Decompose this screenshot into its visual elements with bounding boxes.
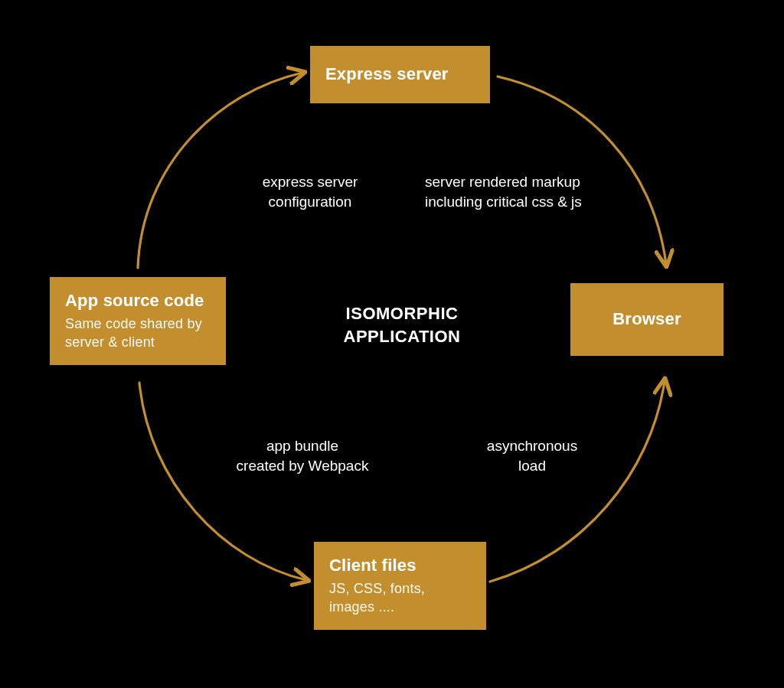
node-app-source: App source code Same code shared by serv… bbox=[50, 277, 226, 365]
edge-label-app-bundle: app bundle created by Webpack bbox=[211, 436, 394, 475]
node-browser: Browser bbox=[570, 283, 724, 356]
edge-label-express-config: express server configuration bbox=[226, 172, 394, 211]
node-client-sub: JS, CSS, fonts, images .... bbox=[329, 580, 471, 616]
node-client-files: Client files JS, CSS, fonts, images .... bbox=[314, 542, 486, 630]
diagram-stage: ISOMORPHIC APPLICATION Express server Br… bbox=[0, 0, 784, 688]
edge-label-async-load: asynchronous load bbox=[456, 436, 609, 475]
node-source-title: App source code bbox=[65, 291, 211, 311]
arrow-source-to-client bbox=[139, 383, 306, 580]
node-browser-title: Browser bbox=[612, 309, 681, 329]
arrow-express-to-browser bbox=[498, 77, 666, 264]
edge-label-server-rendered: server rendered markup including critica… bbox=[425, 172, 639, 211]
node-express-server: Express server bbox=[310, 46, 490, 103]
center-line1: ISOMORPHIC bbox=[346, 304, 459, 323]
node-express-title: Express server bbox=[325, 64, 449, 84]
center-title: ISOMORPHIC APPLICATION bbox=[310, 302, 494, 347]
node-client-title: Client files bbox=[329, 556, 471, 576]
arrow-client-to-browser bbox=[490, 381, 665, 582]
center-line2: APPLICATION bbox=[344, 327, 461, 346]
arrow-source-to-express bbox=[138, 73, 302, 268]
node-source-sub: Same code shared by server & client bbox=[65, 315, 211, 351]
